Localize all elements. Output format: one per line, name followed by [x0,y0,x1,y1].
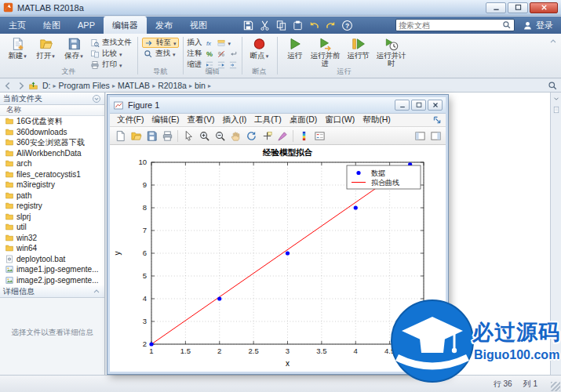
breadcrumb-item[interactable]: R2018a [156,81,188,90]
comment-icon[interactable]: % [205,49,214,59]
search-icon[interactable] [502,20,512,30]
open-button[interactable]: 打开 [32,35,59,60]
minimize-button[interactable] [486,2,506,13]
resize-grip[interactable] [551,382,560,391]
insert-function-icon[interactable]: fx [205,38,214,48]
save-figure-icon[interactable] [144,129,158,143]
quick-save-icon[interactable] [242,20,254,31]
up-folder-icon[interactable] [28,81,38,91]
maximize-icon [415,101,423,109]
back-icon[interactable] [3,81,13,91]
file-row[interactable]: win32 [0,233,104,244]
tab-view[interactable]: 视图 [181,16,216,34]
figure-titlebar[interactable]: Figure 1 [110,97,446,114]
file-row[interactable]: path [0,191,104,201]
insert-section-icon[interactable] [217,38,226,48]
file-row[interactable]: 360downloads [0,127,104,138]
figure-menu-desktop[interactable]: 桌面(D) [286,114,322,125]
compare-button[interactable]: 比较 [89,49,133,59]
quick-help-icon[interactable]: ? [341,20,353,31]
figure-menu-tools[interactable]: 工具(T) [250,114,285,125]
breadcrumb-item[interactable]: D: [41,81,53,90]
dock-figure-icon[interactable] [432,115,443,125]
tab-apps[interactable]: APP [69,16,104,34]
find-files-button[interactable]: 查找文件 [89,38,133,48]
collapse-details-icon[interactable] [92,287,101,296]
edit-plot-icon[interactable] [181,129,195,143]
file-row[interactable]: files_ceratocystis1 [0,169,104,180]
zoom-in-icon[interactable] [197,129,211,143]
tab-home[interactable]: 主页 [0,16,35,34]
collapse-ribbon-icon[interactable] [548,37,558,46]
file-row[interactable]: image1.jpg-segmente... [0,264,104,275]
file-row[interactable]: arch [0,158,104,169]
run-section-button[interactable]: 运行节 [343,35,374,60]
tab-editor[interactable]: 编辑器 [104,16,147,34]
tab-publish[interactable]: 发布 [147,16,181,34]
goto-button[interactable]: 转至 [142,38,179,48]
minimized-panel-icon[interactable] [552,106,560,114]
breadcrumb-item[interactable]: MATLAB [116,81,151,90]
figure-menu-insert[interactable]: 插入(I) [218,114,250,125]
file-row[interactable]: util [0,222,104,233]
brush-icon[interactable] [275,129,290,143]
folder-search-icon[interactable] [548,81,558,91]
pan-icon[interactable] [228,129,242,143]
insert-legend-icon[interactable] [312,129,326,143]
figure-maximize-button[interactable] [411,100,426,111]
breadcrumb-item[interactable]: bin [193,81,207,90]
quick-undo-icon[interactable] [308,20,320,31]
forward-icon[interactable] [16,81,26,91]
figure-menu-view[interactable]: 查看(V) [183,114,218,125]
uncomment-icon[interactable]: % [217,49,226,59]
search-input[interactable] [399,21,502,30]
file-row[interactable]: image2.jpg-segmente... [0,275,104,286]
chevron-down-icon[interactable] [552,95,560,103]
run-advance-button[interactable]: 运行并前进 [310,35,341,68]
file-row[interactable]: 360安全浏览器下载 [0,137,104,148]
run-time-button[interactable]: 运行并计时 [376,35,407,68]
chart-legend[interactable]: 数据拟合曲线 [347,165,421,189]
save-button[interactable]: 保存 [60,35,87,60]
maximize-button[interactable] [508,2,528,13]
name-column-header[interactable]: 名称 [0,105,104,116]
zoom-out-icon[interactable] [213,129,227,143]
print-figure-icon[interactable] [160,129,174,143]
show-plot-tools-icon[interactable] [428,129,443,143]
run-button[interactable]: 运行 [282,35,308,60]
breakpoints-button[interactable]: 断点 [246,35,273,60]
file-row[interactable]: win64 [0,243,104,254]
figure-menu-edit[interactable]: 编辑(E) [148,114,183,125]
hide-plot-tools-icon[interactable] [413,129,427,143]
find-button[interactable]: 查找 [142,49,179,59]
login-button[interactable]: 登录 [523,20,553,31]
figure-menu-window[interactable]: 窗口(W) [321,114,359,125]
quick-cut-icon[interactable] [259,20,271,31]
quick-redo-icon[interactable] [325,20,337,31]
breadcrumb-item[interactable]: Program Files [57,81,111,90]
quick-paste-icon[interactable] [292,20,304,31]
figure-minimize-button[interactable] [395,100,410,111]
file-row[interactable]: 16G优盘资料 [0,116,104,127]
insert-colorbar-icon[interactable] [297,129,311,143]
panel-menu-icon[interactable] [92,94,101,103]
data-cursor-icon[interactable] [260,129,274,143]
file-row[interactable]: deploytool.bat [0,254,104,265]
close-button[interactable] [530,2,558,13]
wrap-comment-icon[interactable] [228,49,238,59]
titlebar[interactable]: MATLAB R2018a [0,0,561,16]
file-row[interactable]: AliWorkbenchData [0,148,104,159]
file-row[interactable]: m3iregistry [0,180,104,191]
rotate-3d-icon[interactable] [244,129,258,143]
figure-chart[interactable]: 11.522.533.544.552345678910经验模型拟合xy数据拟合曲… [110,145,446,372]
tab-plots[interactable]: 绘图 [35,16,69,34]
file-row[interactable]: slprj [0,212,104,223]
figure-menu-help[interactable]: 帮助(H) [359,114,395,125]
file-row[interactable]: registry [0,201,104,212]
figure-menu-file[interactable]: 文件(F) [113,114,148,125]
new-figure-icon[interactable] [113,129,127,143]
figure-close-button[interactable] [428,100,443,111]
quick-copy-icon[interactable] [275,20,287,31]
new-script-button[interactable]: 新建 [4,35,31,60]
open-file-icon[interactable] [129,129,143,143]
